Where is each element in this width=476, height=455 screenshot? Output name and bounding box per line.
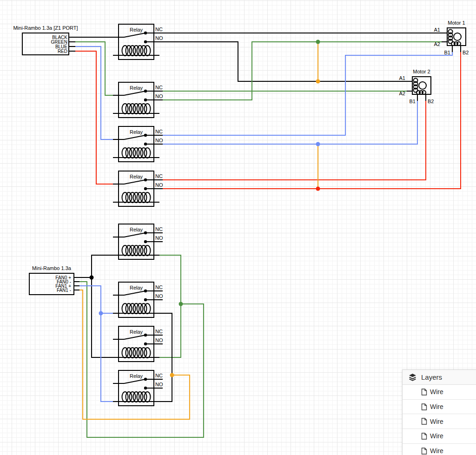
relay-coil-icon bbox=[126, 303, 132, 314]
relay-coil-icon bbox=[122, 192, 128, 203]
motor-rotor-icon bbox=[419, 82, 426, 89]
motor-pin-label: A1 bbox=[399, 75, 405, 81]
relay-coil-icon bbox=[137, 192, 143, 203]
layers-panel-header[interactable]: Layers bbox=[403, 370, 476, 385]
relay-symbol[interactable]: RelayNCNO bbox=[113, 224, 163, 259]
page-icon bbox=[421, 403, 427, 410]
wire-red[interactable] bbox=[75, 51, 113, 184]
relay-coil-icon bbox=[133, 303, 139, 314]
relay-coil-icon bbox=[141, 303, 147, 314]
wire-green[interactable] bbox=[75, 42, 113, 95]
relay-symbol[interactable]: RelayNCNO bbox=[113, 282, 163, 317]
relay-coil-icon bbox=[133, 348, 139, 358]
motor-pin-label: B2 bbox=[463, 50, 469, 55]
motor-rotor-icon bbox=[454, 33, 461, 40]
relay-coil-icon bbox=[145, 348, 151, 358]
wire-black[interactable] bbox=[92, 255, 113, 357]
layer-row[interactable]: Wire bbox=[403, 444, 476, 455]
relay-title-label: Relay bbox=[130, 285, 143, 290]
junction-dot bbox=[316, 142, 320, 146]
wire-blue[interactable] bbox=[163, 100, 417, 144]
junction-dot bbox=[170, 373, 174, 377]
page-icon bbox=[421, 448, 427, 455]
junction-dot bbox=[316, 187, 320, 191]
motor-pin-label: B1 bbox=[410, 99, 416, 104]
relay-coil-icon bbox=[130, 148, 136, 158]
relay-coil-icon bbox=[130, 392, 136, 402]
relay-nc-label: NC bbox=[155, 284, 163, 290]
motor-title-label: Motor 2 bbox=[413, 69, 430, 74]
layer-row[interactable]: Wire bbox=[403, 429, 476, 444]
motor-title-label: Motor 1 bbox=[448, 20, 465, 26]
relay-title-label: Relay bbox=[130, 129, 143, 135]
relay-symbol[interactable]: RelayNCNO bbox=[113, 370, 163, 406]
relay-nc-label: NC bbox=[155, 226, 163, 232]
relay-coil-icon bbox=[126, 104, 132, 114]
layer-row-label: Wire bbox=[430, 388, 443, 396]
relay-no-label: NO bbox=[155, 35, 163, 41]
relay-symbol[interactable]: RelayNCNO bbox=[113, 82, 163, 118]
relay-coil-icon bbox=[130, 46, 136, 56]
relay-coil-icon bbox=[137, 392, 143, 402]
relay-coil-icon bbox=[145, 104, 151, 114]
relay-coil-icon bbox=[126, 148, 132, 158]
relay-title-label: Relay bbox=[130, 85, 143, 91]
relay-symbol[interactable]: RelayNCNO bbox=[113, 24, 163, 59]
layer-row-label: Wire bbox=[430, 403, 443, 410]
wire-black[interactable] bbox=[163, 42, 407, 81]
wire-red[interactable] bbox=[163, 100, 426, 180]
relay-coil-icon bbox=[145, 392, 151, 402]
relay-coil-icon bbox=[145, 245, 151, 256]
relay-coil-icon bbox=[141, 192, 147, 203]
relay-coil-icon bbox=[122, 46, 128, 56]
motor-symbol[interactable]: Motor 1A1A2B1B2 bbox=[434, 20, 469, 55]
relay-coil-icon bbox=[145, 46, 151, 56]
relay-title-label: Relay bbox=[130, 329, 143, 335]
relay-title-label: Relay bbox=[130, 174, 143, 179]
relay-symbol[interactable]: RelayNCNO bbox=[113, 326, 163, 362]
relay-coil-icon bbox=[122, 303, 128, 314]
junction-dot bbox=[90, 276, 94, 280]
layers-icon bbox=[409, 373, 416, 381]
motor-pin-label: A2 bbox=[434, 41, 440, 47]
relay-coil-icon bbox=[122, 148, 128, 158]
relay-coil-icon bbox=[137, 104, 143, 114]
motor-pin-label: B2 bbox=[428, 99, 434, 104]
wire-blue[interactable] bbox=[75, 46, 113, 139]
relay-no-label: NO bbox=[155, 293, 163, 299]
relay-coil-icon bbox=[141, 104, 147, 114]
relay-no-label: NO bbox=[155, 235, 163, 241]
motor-symbol[interactable]: Motor 2A1A2B1B2 bbox=[399, 69, 434, 104]
relay-coil-icon bbox=[145, 303, 151, 314]
relay-coil-icon bbox=[122, 104, 128, 114]
wire-blue[interactable] bbox=[79, 286, 113, 402]
board-pin-label: FAN1 - bbox=[57, 288, 71, 293]
layer-row[interactable]: Wire bbox=[403, 385, 476, 400]
board-title-label: Mini-Rambo 1.3a bbox=[32, 265, 72, 271]
board-symbol[interactable]: Mini-Rambo 1.3aFAN0 +FAN0 -FAN1 +FAN1 - bbox=[29, 265, 79, 295]
relay-symbol[interactable]: RelayNCNO bbox=[113, 126, 163, 162]
relay-nc-label: NC bbox=[155, 129, 163, 134]
relay-coil-icon bbox=[126, 245, 132, 256]
relay-coil-icon bbox=[137, 348, 143, 358]
relay-no-label: NO bbox=[155, 93, 163, 99]
relay-coil-icon bbox=[122, 392, 128, 402]
relay-coil-icon bbox=[137, 148, 143, 158]
diagram-canvas[interactable]: Mini-Rambo 1.3a [Z1 PORT]BLACKGREENBLUER… bbox=[0, 0, 476, 455]
layers-panel: Layers WireWireWireWireWire bbox=[402, 369, 476, 455]
wire-blue[interactable] bbox=[163, 52, 452, 135]
relay-nc-label: NC bbox=[155, 85, 163, 90]
relay-coil-icon bbox=[145, 192, 151, 203]
relay-symbol[interactable]: RelayNCNO bbox=[113, 171, 163, 206]
relay-coil-icon bbox=[141, 46, 147, 56]
relay-coil-icon bbox=[130, 192, 136, 203]
relay-coil-icon bbox=[133, 192, 139, 203]
junction-dot bbox=[316, 79, 320, 84]
layers-panel-title: Layers bbox=[421, 373, 442, 381]
layer-row[interactable]: Wire bbox=[403, 400, 476, 415]
relay-no-label: NO bbox=[155, 382, 163, 387]
layer-row[interactable]: Wire bbox=[403, 414, 476, 429]
relay-title-label: Relay bbox=[130, 227, 143, 232]
relay-coil-icon bbox=[141, 245, 147, 256]
board-symbol[interactable]: Mini-Rambo 1.3a [Z1 PORT]BLACKGREENBLUER… bbox=[13, 25, 78, 55]
